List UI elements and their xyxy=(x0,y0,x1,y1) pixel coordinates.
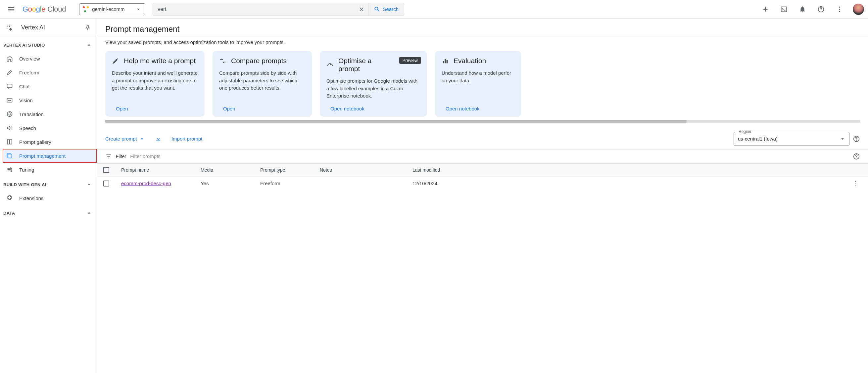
caret-down-icon xyxy=(139,136,145,142)
svg-point-11 xyxy=(10,168,11,169)
filter-help-icon[interactable] xyxy=(853,153,860,160)
globe-icon xyxy=(6,111,13,117)
caret-down-icon xyxy=(839,136,846,142)
cards-scrollbar[interactable] xyxy=(105,120,860,123)
region-label: Region xyxy=(737,129,752,134)
card-title: Help me write a prompt xyxy=(124,57,196,65)
bar-chart-icon xyxy=(442,57,449,65)
svg-point-2 xyxy=(839,6,840,8)
sidebar-item-extensions[interactable]: Extensions xyxy=(0,191,94,205)
download-icon[interactable] xyxy=(155,136,161,142)
nav-label: Overview xyxy=(19,56,40,62)
col-notes[interactable]: Notes xyxy=(320,167,412,173)
chevron-up-icon xyxy=(86,210,92,216)
more-menu-icon[interactable] xyxy=(832,2,847,16)
sidebar-item-vision[interactable]: Vision xyxy=(0,93,94,107)
col-prompt-name[interactable]: Prompt name xyxy=(121,167,200,173)
svg-rect-8 xyxy=(7,140,9,144)
chat-icon xyxy=(6,83,13,90)
clear-search-button[interactable] xyxy=(355,3,368,16)
card-compare-prompts[interactable]: Compare prompts Compare prompts side by … xyxy=(213,51,312,117)
sidebar-item-translation[interactable]: Translation xyxy=(0,107,94,121)
prompts-table: Prompt name Media Prompt type Notes Last… xyxy=(97,164,868,190)
page-subtitle: View your saved prompts, and access opti… xyxy=(97,36,868,51)
section-title: VERTEX AI STUDIO xyxy=(3,43,45,47)
sidebar-item-speech[interactable]: Speech xyxy=(0,121,94,135)
compare-icon xyxy=(219,57,226,65)
sidebar-item-tuning[interactable]: Tuning xyxy=(0,163,94,177)
google-cloud-logo[interactable]: Google Cloud xyxy=(23,5,66,13)
library-icon xyxy=(6,152,13,159)
chevron-up-icon xyxy=(86,181,92,188)
section-title: DATA xyxy=(3,211,15,215)
account-avatar[interactable] xyxy=(853,4,864,15)
sidebar-item-freeform[interactable]: Freeform xyxy=(0,65,94,79)
search-button[interactable]: Search xyxy=(368,3,404,16)
nav-label: Prompt gallery xyxy=(19,139,51,145)
col-prompt-type[interactable]: Prompt type xyxy=(260,167,320,173)
gemini-spark-icon[interactable] xyxy=(758,2,773,16)
help-icon[interactable] xyxy=(814,2,828,16)
region-value: us-central1 (Iowa) xyxy=(738,136,778,141)
cloud-shell-icon[interactable] xyxy=(777,2,791,16)
cell-modified: 12/10/2024 xyxy=(412,180,847,186)
top-bar: Google Cloud gemini-ecomm Search xyxy=(0,0,868,19)
card-evaluation[interactable]: Evaluation Understand how a model perfor… xyxy=(435,51,521,117)
import-prompt-button[interactable]: Import prompt xyxy=(172,136,202,141)
card-action-open[interactable]: Open xyxy=(112,106,198,111)
main-menu-button[interactable] xyxy=(4,2,19,16)
pencil-icon xyxy=(6,69,13,76)
section-vertex-ai-studio[interactable]: VERTEX AI STUDIO xyxy=(0,37,97,52)
notifications-icon[interactable] xyxy=(795,2,810,16)
card-help-write-prompt[interactable]: Help me write a prompt Describe your int… xyxy=(105,51,205,117)
search-input[interactable] xyxy=(153,6,355,12)
filter-bar: Filter xyxy=(97,149,868,164)
section-title: BUILD WITH GEN AI xyxy=(3,182,46,187)
action-row: Create prompt Import prompt Region us-ce… xyxy=(97,123,868,149)
select-all-checkbox[interactable] xyxy=(103,167,109,173)
speed-icon xyxy=(327,61,334,68)
svg-rect-10 xyxy=(8,154,12,158)
card-body: Compare prompts side by side with adjust… xyxy=(219,69,305,100)
svg-rect-14 xyxy=(443,61,444,63)
cards-row: Help me write a prompt Describe your int… xyxy=(97,51,868,117)
cell-type: Freeform xyxy=(260,180,320,186)
col-media[interactable]: Media xyxy=(200,167,260,173)
nav-label: Freeform xyxy=(19,70,39,75)
prompt-name-link[interactable]: ecomm-prod-desc-gen xyxy=(121,180,171,186)
project-picker[interactable]: gemini-ecomm xyxy=(79,3,145,15)
card-optimise-prompt[interactable]: Preview Optimise a prompt Optimise promp… xyxy=(320,51,427,117)
card-action-open-notebook[interactable]: Open notebook xyxy=(327,106,421,111)
section-build-gen-ai[interactable]: BUILD WITH GEN AI xyxy=(0,177,97,191)
col-last-modified[interactable]: Last modified xyxy=(412,167,847,173)
sidebar-item-overview[interactable]: Overview xyxy=(0,52,94,65)
region-help-icon[interactable] xyxy=(853,135,860,142)
table-header: Prompt name Media Prompt type Notes Last… xyxy=(97,164,868,177)
region-select[interactable]: Region us-central1 (Iowa) xyxy=(734,132,849,146)
card-body: Understand how a model perfor on your da… xyxy=(442,69,515,100)
svg-point-4 xyxy=(839,10,840,12)
nav-label: Tuning xyxy=(19,167,34,173)
svg-rect-15 xyxy=(444,59,446,64)
card-body: Describe your intent and we'll generate … xyxy=(112,69,198,100)
card-action-open-notebook[interactable]: Open notebook xyxy=(442,106,515,111)
nav-label: Speech xyxy=(19,125,36,131)
card-action-open[interactable]: Open xyxy=(219,106,305,111)
row-menu-button[interactable]: ⋮ xyxy=(847,180,864,187)
table-row: ecomm-prod-desc-gen Yes Freeform 12/10/2… xyxy=(97,177,868,190)
magic-pencil-icon xyxy=(112,57,119,65)
row-checkbox[interactable] xyxy=(103,180,109,186)
pin-icon[interactable] xyxy=(85,25,91,31)
section-data[interactable]: DATA xyxy=(0,205,97,219)
sidebar: Vertex AI VERTEX AI STUDIO Overview Free… xyxy=(0,19,97,373)
sidebar-item-prompt-gallery[interactable]: Prompt gallery xyxy=(0,135,94,149)
svg-rect-0 xyxy=(781,7,787,11)
filter-input[interactable] xyxy=(130,154,849,159)
create-prompt-label: Create prompt xyxy=(105,136,137,141)
vertex-ai-icon xyxy=(6,23,15,32)
sidebar-item-chat[interactable]: Chat xyxy=(0,79,94,93)
sidebar-item-prompt-management[interactable]: Prompt management xyxy=(3,149,97,163)
preview-badge: Preview xyxy=(399,57,421,64)
cell-media: Yes xyxy=(200,180,260,186)
create-prompt-button[interactable]: Create prompt xyxy=(105,136,145,142)
